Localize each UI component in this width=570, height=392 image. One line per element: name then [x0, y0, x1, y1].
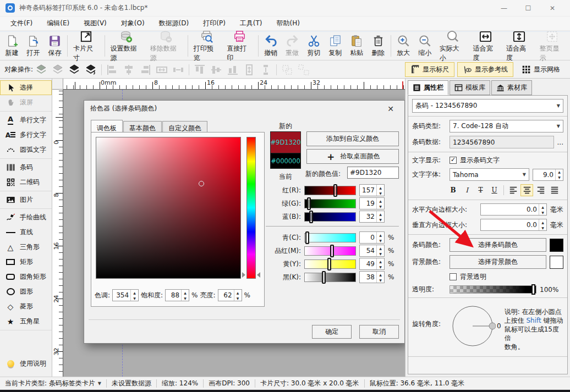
tool-barcode[interactable]: 条码 [0, 160, 52, 175]
minimize-button[interactable]: — [492, 4, 516, 12]
show-barcode-text-checkbox[interactable] [450, 157, 457, 164]
ok-button[interactable]: 确定 [312, 325, 352, 339]
show-grid-toggle[interactable]: 显示网格 [516, 62, 566, 77]
slider-handle[interactable] [307, 197, 311, 210]
status-card-type[interactable]: 当前卡片类型: 条码标签类卡片 ▼ [0, 379, 106, 388]
spinner-arrows[interactable]: ▲▼ [181, 290, 189, 301]
dialog-title-bar[interactable]: 拾色器 (选择条码颜色) ✕ [84, 101, 404, 117]
pick-desktop-color-button[interactable]: ＋ 拾取桌面颜色 [306, 149, 399, 164]
black-slider[interactable] [304, 273, 356, 282]
spinner-arrows[interactable]: ▲▼ [376, 198, 384, 209]
select-barcode-color-button[interactable]: 选择条码颜色 [450, 238, 546, 252]
dialog-close-button[interactable]: ✕ [383, 104, 398, 113]
tool-single-line-text[interactable]: A 单行文字 [0, 113, 52, 128]
maximize-button[interactable]: ☐ [516, 4, 540, 12]
paste-button[interactable]: 粘贴 [346, 33, 368, 59]
slider-handle[interactable] [322, 271, 326, 284]
select-bg-color-button[interactable]: 选择背景颜色 [450, 255, 546, 269]
slider-handle[interactable] [305, 231, 309, 244]
brightness-spinner[interactable]: 62▲▼ [218, 289, 242, 301]
underline-button[interactable]: U [488, 184, 501, 196]
send-backward-icon[interactable] [35, 64, 47, 76]
color-field-marker[interactable] [199, 181, 204, 186]
italic-button[interactable]: I [461, 184, 473, 196]
spinner-arrows[interactable]: ▲▼ [539, 204, 546, 215]
magenta-spinner[interactable]: 54▲▼ [359, 245, 385, 257]
open-button[interactable]: 打开 [23, 33, 44, 59]
card-size-button[interactable]: 卡片尺寸 [69, 29, 103, 64]
menu-file[interactable]: 文件(F) [3, 16, 40, 30]
data-more-button[interactable]: ... [557, 139, 563, 146]
tool-qrcode[interactable]: 二维码 [0, 175, 52, 190]
cyan-spinner[interactable]: 0▲▼ [359, 231, 385, 244]
spinner-arrows[interactable]: ▲▼ [376, 232, 384, 243]
spinner-arrows[interactable]: ▲▼ [539, 219, 546, 230]
show-ruler-toggle[interactable]: 显示标尺 [405, 62, 454, 77]
tool-select[interactable]: 选择 [0, 80, 52, 95]
tab-templates[interactable]: 模板库 [450, 80, 490, 95]
tool-freehand-curve[interactable]: 手绘曲线 [0, 210, 52, 225]
yellow-slider[interactable] [304, 260, 356, 269]
fit-width-button[interactable]: 适合宽度 [469, 29, 502, 64]
spinner-arrows[interactable]: ▲▼ [376, 185, 384, 196]
red-slider[interactable] [304, 186, 356, 195]
tool-star[interactable]: ★ 五角星 [0, 314, 52, 329]
slider-handle[interactable] [327, 258, 331, 270]
spinner-arrows[interactable]: ▲▼ [376, 272, 384, 283]
saturation-spinner[interactable]: 88▲▼ [165, 289, 189, 301]
font-size-spinner[interactable]: 9.0▲▼ [533, 169, 563, 181]
slider-handle[interactable] [330, 245, 334, 257]
tab-properties[interactable]: 属性栏 [408, 80, 448, 95]
opacity-slider[interactable] [450, 285, 536, 294]
magenta-slider[interactable] [304, 246, 356, 256]
h-border-spinner[interactable]: 0.0▲▼ [480, 203, 547, 216]
object-selector-dropdown[interactable]: 条码 - 1234567890 ▼ [412, 99, 563, 113]
tool-rectangle[interactable]: 矩形 [0, 255, 52, 269]
bg-transparent-checkbox[interactable] [450, 273, 457, 280]
yellow-spinner[interactable]: 49▲▼ [359, 258, 385, 270]
blue-spinner[interactable]: 32▲▼ [359, 211, 385, 223]
undo-button[interactable]: 撤销 [260, 33, 282, 59]
fit-height-button[interactable]: 适合高度 [502, 29, 536, 64]
spinner-arrows[interactable]: ▲▼ [376, 211, 384, 222]
black-spinner[interactable]: 38▲▼ [359, 271, 385, 283]
tool-diamond[interactable]: ◇ 菱形 [0, 299, 52, 314]
tab-materials[interactable]: 素材库 [491, 80, 532, 95]
slider-handle[interactable] [531, 284, 535, 295]
print-preview-button[interactable]: 打印预览 [190, 29, 223, 64]
v-border-spinner[interactable]: 0.0▲▼ [480, 219, 547, 231]
barcode-type-dropdown[interactable]: 7. Code-128 自动 ▼ [450, 120, 563, 132]
barcode-data-input[interactable]: 1234567890 [450, 136, 554, 148]
new-color-value-input[interactable]: #9D1320 [347, 167, 399, 179]
zoom-out-button[interactable]: 缩小 [414, 33, 436, 59]
copy-button[interactable]: 复制 [325, 33, 346, 59]
direct-print-button[interactable]: 直接打印 [223, 29, 256, 64]
save-button[interactable]: 保存 [44, 33, 65, 59]
tool-arc-text[interactable]: 圆弧文字 [0, 142, 52, 157]
tool-line[interactable]: 直线 [0, 225, 52, 240]
tool-triangle[interactable]: △ 三角形 [0, 240, 52, 255]
hue-slider[interactable] [246, 137, 256, 279]
hue-spinner[interactable]: 354▲▼ [112, 289, 139, 301]
font-family-dropdown[interactable]: Tahoma ▼ [450, 168, 529, 181]
tool-image[interactable]: 图片 [0, 192, 52, 207]
align-right-button[interactable] [534, 184, 547, 196]
menu-help[interactable]: 帮助(H) [270, 16, 307, 30]
spinner-arrows[interactable]: ▲▼ [376, 258, 384, 269]
slider-handle[interactable] [333, 184, 337, 197]
cyan-slider[interactable] [304, 233, 356, 242]
saturation-value-field[interactable] [96, 137, 241, 279]
tool-rounded-rectangle[interactable]: 圆角矩形 [0, 269, 52, 284]
tool-multi-line-text[interactable]: A 多行文字 [0, 128, 52, 142]
align-left-button[interactable] [507, 184, 519, 196]
tool-circle[interactable]: 圆形 [0, 284, 52, 299]
bold-button[interactable]: B [447, 184, 459, 196]
zoom-in-button[interactable]: 放大 [393, 33, 414, 59]
close-button[interactable]: ✕ [540, 4, 564, 12]
add-custom-color-button[interactable]: 添加到自定义颜色 [306, 131, 399, 146]
green-slider[interactable] [304, 199, 356, 208]
align-center-button[interactable] [520, 184, 533, 196]
spinner-arrows[interactable]: ▲▼ [130, 290, 138, 301]
bring-forward-icon[interactable] [85, 64, 97, 76]
slider-handle[interactable] [309, 211, 313, 223]
